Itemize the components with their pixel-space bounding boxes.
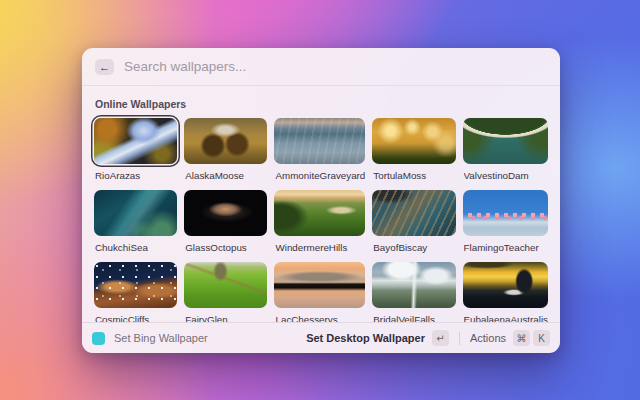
footer-divider	[459, 332, 460, 345]
wallpaper-item-flamingoteacher[interactable]: FlamingoTeacher	[463, 190, 548, 253]
wallpaper-name: TortulaMoss	[373, 170, 455, 181]
wallpaper-item-tortulamoss[interactable]: TortulaMoss	[372, 118, 455, 181]
enter-key-icon: ↵	[432, 330, 449, 346]
wallpaper-item-windermerehills[interactable]: WindermereHills	[274, 190, 365, 253]
wallpaper-item-chukchisea[interactable]: ChukchiSea	[94, 190, 177, 253]
k-key-icon: K	[533, 330, 550, 346]
wallpaper-thumbnail-alaskamoose[interactable]	[184, 118, 267, 164]
wallpaper-name: BayofBiscay	[373, 242, 455, 253]
wallpaper-name: GlassOctopus	[185, 242, 267, 253]
wallpaper-thumbnail-bridalveilfalls[interactable]	[372, 262, 455, 308]
wallpaper-thumbnail-chukchisea[interactable]	[94, 190, 177, 236]
wallpaper-thumbnail-flamingoteacher[interactable]	[463, 190, 548, 236]
wallpaper-item-cosmiccliffs[interactable]: CosmicCliffs	[94, 262, 177, 322]
app-label: Set Bing Wallpaper	[114, 332, 208, 344]
wallpaper-thumbnail-eubalaenaaustralis[interactable]	[463, 262, 548, 308]
wallpaper-name: ValvestinoDam	[464, 170, 548, 181]
wallpaper-name: AlaskaMoose	[185, 170, 267, 181]
wallpaper-name: WindermereHills	[275, 242, 365, 253]
cmd-key-icon: ⌘	[513, 330, 530, 346]
wallpaper-item-glassoctopus[interactable]: GlassOctopus	[184, 190, 267, 253]
wallpaper-item-ammonitegraveyard[interactable]: AmmoniteGraveyard	[274, 118, 365, 181]
wallpaper-name: RioArazas	[95, 170, 177, 181]
actions-button[interactable]: Actions	[470, 332, 506, 344]
bing-wallpaper-app-icon	[92, 332, 105, 345]
section-title: Online Wallpapers	[95, 98, 548, 110]
wallpaper-item-rioarazas[interactable]: RioArazas	[94, 118, 177, 181]
wallpaper-thumbnail-lacchesserys[interactable]	[274, 262, 365, 308]
wallpaper-name: LacChesserys	[275, 314, 365, 322]
wallpaper-name: FlamingoTeacher	[464, 242, 548, 253]
wallpaper-thumbnail-valvestinodam[interactable]	[463, 118, 548, 164]
wallpaper-name: BridalVeilFalls	[373, 314, 455, 322]
wallpaper-thumbnail-cosmiccliffs[interactable]	[94, 262, 177, 308]
wallpaper-item-eubalaenaaustralis[interactable]: EubalaenaAustralis	[463, 262, 548, 322]
wallpaper-item-valvestinodam[interactable]: ValvestinoDam	[463, 118, 548, 181]
actions-shortcut: ⌘K	[513, 330, 550, 346]
wallpaper-thumbnail-glassoctopus[interactable]	[184, 190, 267, 236]
wallpaper-name: AmmoniteGraveyard	[275, 170, 365, 181]
wallpaper-thumbnail-ammonitegraveyard[interactable]	[274, 118, 365, 164]
back-arrow-icon: ←	[99, 61, 110, 73]
wallpaper-grid: RioArazasAlaskaMooseAmmoniteGraveyardTor…	[94, 118, 548, 322]
results-area: Online Wallpapers RioArazasAlaskaMooseAm…	[82, 86, 560, 322]
wallpaper-item-fairyglen[interactable]: FairyGlen	[184, 262, 267, 322]
wallpaper-item-bridalveilfalls[interactable]: BridalVeilFalls	[372, 262, 455, 322]
wallpaper-thumbnail-fairyglen[interactable]	[184, 262, 267, 308]
wallpaper-item-lacchesserys[interactable]: LacChesserys	[274, 262, 365, 322]
wallpaper-thumbnail-rioarazas[interactable]	[94, 118, 177, 164]
wallpaper-name: CosmicCliffs	[95, 314, 177, 322]
wallpaper-item-bayofbiscay[interactable]: BayofBiscay	[372, 190, 455, 253]
set-desktop-wallpaper-button[interactable]: Set Desktop Wallpaper	[306, 332, 425, 344]
search-input[interactable]	[124, 59, 547, 74]
desktop-background: { "window": { "search": { "back_icon": "…	[0, 0, 640, 400]
wallpaper-item-alaskamoose[interactable]: AlaskaMoose	[184, 118, 267, 181]
footer-right: Set Desktop Wallpaper ↵ Actions ⌘K	[306, 330, 550, 346]
wallpaper-thumbnail-tortulamoss[interactable]	[372, 118, 455, 164]
action-bar: Set Bing Wallpaper Set Desktop Wallpaper…	[82, 322, 560, 353]
wallpaper-name: ChukchiSea	[95, 242, 177, 253]
wallpaper-thumbnail-bayofbiscay[interactable]	[372, 190, 455, 236]
footer-left: Set Bing Wallpaper	[92, 332, 306, 345]
back-button[interactable]: ←	[95, 59, 114, 75]
search-bar: ←	[82, 48, 560, 86]
app-window: ← Online Wallpapers RioArazasAlaskaMoose…	[82, 48, 560, 353]
wallpaper-name: EubalaenaAustralis	[464, 314, 548, 322]
wallpaper-thumbnail-windermerehills[interactable]	[274, 190, 365, 236]
wallpaper-name: FairyGlen	[185, 314, 267, 322]
